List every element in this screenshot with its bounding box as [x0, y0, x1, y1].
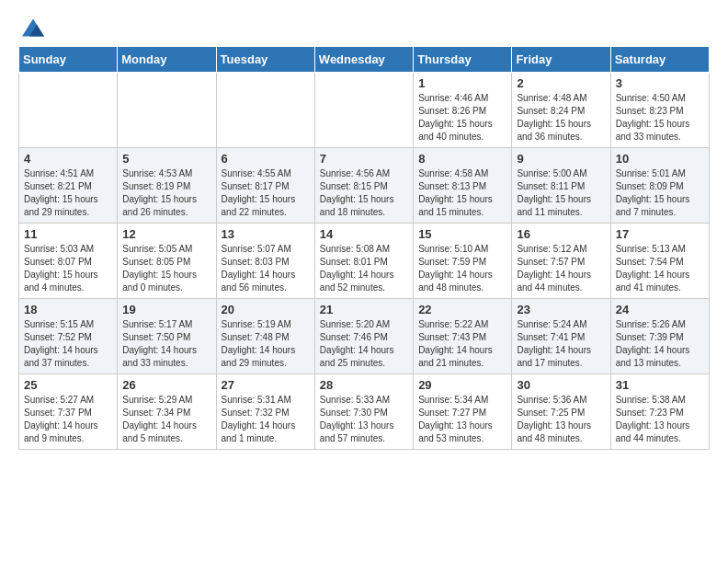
calendar-cell: 27Sunrise: 5:31 AM Sunset: 7:32 PM Dayli… [216, 374, 314, 450]
day-info: Sunrise: 5:01 AM Sunset: 8:09 PM Dayligh… [616, 167, 704, 219]
calendar-week-row: 18Sunrise: 5:15 AM Sunset: 7:52 PM Dayli… [19, 299, 710, 374]
day-number: 7 [320, 152, 408, 166]
day-info: Sunrise: 5:17 AM Sunset: 7:50 PM Dayligh… [122, 318, 210, 370]
calendar-cell: 12Sunrise: 5:05 AM Sunset: 8:05 PM Dayli… [118, 224, 216, 299]
day-info: Sunrise: 5:20 AM Sunset: 7:46 PM Dayligh… [320, 318, 408, 370]
calendar-cell: 2Sunrise: 4:48 AM Sunset: 8:24 PM Daylig… [512, 73, 610, 148]
day-info: Sunrise: 4:53 AM Sunset: 8:19 PM Dayligh… [122, 167, 210, 219]
calendar-week-row: 25Sunrise: 5:27 AM Sunset: 7:37 PM Dayli… [19, 374, 710, 450]
day-info: Sunrise: 5:19 AM Sunset: 7:48 PM Dayligh… [222, 318, 310, 370]
calendar-cell [314, 73, 413, 148]
day-number: 24 [616, 303, 704, 316]
calendar-cell: 23Sunrise: 5:24 AM Sunset: 7:41 PM Dayli… [512, 299, 610, 374]
day-number: 2 [517, 76, 605, 90]
calendar-cell: 4Sunrise: 4:51 AM Sunset: 8:21 PM Daylig… [19, 148, 118, 224]
calendar-cell: 22Sunrise: 5:22 AM Sunset: 7:43 PM Dayli… [414, 299, 512, 374]
calendar-cell: 15Sunrise: 5:10 AM Sunset: 7:59 PM Dayli… [414, 224, 512, 299]
day-info: Sunrise: 5:00 AM Sunset: 8:11 PM Dayligh… [517, 167, 605, 219]
calendar-cell: 16Sunrise: 5:12 AM Sunset: 7:57 PM Dayli… [512, 224, 610, 299]
logo-icon [22, 18, 44, 37]
day-number: 23 [517, 303, 605, 316]
day-number: 22 [418, 303, 506, 316]
day-number: 9 [517, 152, 605, 166]
calendar-week-row: 1Sunrise: 4:46 AM Sunset: 8:26 PM Daylig… [19, 73, 710, 148]
day-info: Sunrise: 5:38 AM Sunset: 7:23 PM Dayligh… [616, 394, 704, 445]
calendar-cell: 24Sunrise: 5:26 AM Sunset: 7:39 PM Dayli… [610, 299, 709, 374]
calendar-cell: 21Sunrise: 5:20 AM Sunset: 7:46 PM Dayli… [314, 299, 413, 374]
day-number: 6 [222, 152, 310, 166]
day-number: 15 [418, 227, 506, 241]
day-info: Sunrise: 5:05 AM Sunset: 8:05 PM Dayligh… [122, 243, 210, 294]
day-info: Sunrise: 5:29 AM Sunset: 7:34 PM Dayligh… [122, 394, 210, 445]
day-number: 19 [122, 303, 210, 316]
day-info: Sunrise: 4:46 AM Sunset: 8:26 PM Dayligh… [418, 92, 506, 144]
day-number: 11 [24, 227, 112, 241]
day-info: Sunrise: 4:55 AM Sunset: 8:17 PM Dayligh… [222, 167, 310, 219]
calendar-cell: 31Sunrise: 5:38 AM Sunset: 7:23 PM Dayli… [610, 374, 709, 450]
day-number: 18 [24, 303, 112, 316]
calendar-cell: 3Sunrise: 4:50 AM Sunset: 8:23 PM Daylig… [610, 73, 709, 148]
calendar-cell [118, 73, 216, 148]
day-number: 13 [222, 227, 310, 241]
day-number: 4 [24, 152, 112, 166]
day-info: Sunrise: 5:24 AM Sunset: 7:41 PM Dayligh… [517, 318, 605, 370]
calendar-week-row: 4Sunrise: 4:51 AM Sunset: 8:21 PM Daylig… [19, 148, 710, 224]
day-info: Sunrise: 4:51 AM Sunset: 8:21 PM Dayligh… [24, 167, 112, 219]
day-info: Sunrise: 5:22 AM Sunset: 7:43 PM Dayligh… [418, 318, 506, 370]
day-number: 21 [320, 303, 408, 316]
calendar-cell: 8Sunrise: 4:58 AM Sunset: 8:13 PM Daylig… [414, 148, 512, 224]
calendar-cell [19, 73, 118, 148]
day-info: Sunrise: 5:12 AM Sunset: 7:57 PM Dayligh… [517, 243, 605, 294]
calendar-cell: 13Sunrise: 5:07 AM Sunset: 8:03 PM Dayli… [216, 224, 314, 299]
day-number: 29 [418, 378, 506, 392]
calendar-cell: 7Sunrise: 4:56 AM Sunset: 8:15 PM Daylig… [314, 148, 413, 224]
day-number: 12 [122, 227, 210, 241]
day-info: Sunrise: 5:08 AM Sunset: 8:01 PM Dayligh… [320, 243, 408, 294]
weekday-header-row: SundayMondayTuesdayWednesdayThursdayFrid… [19, 47, 710, 73]
day-number: 5 [122, 152, 210, 166]
day-info: Sunrise: 5:26 AM Sunset: 7:39 PM Dayligh… [616, 318, 704, 370]
calendar-cell: 30Sunrise: 5:36 AM Sunset: 7:25 PM Dayli… [512, 374, 610, 450]
day-info: Sunrise: 5:15 AM Sunset: 7:52 PM Dayligh… [24, 318, 112, 370]
day-number: 8 [418, 152, 506, 166]
day-info: Sunrise: 5:10 AM Sunset: 7:59 PM Dayligh… [418, 243, 506, 294]
calendar-cell: 25Sunrise: 5:27 AM Sunset: 7:37 PM Dayli… [19, 374, 118, 450]
day-info: Sunrise: 4:58 AM Sunset: 8:13 PM Dayligh… [418, 167, 506, 219]
day-number: 25 [24, 378, 112, 392]
calendar-cell: 6Sunrise: 4:55 AM Sunset: 8:17 PM Daylig… [216, 148, 314, 224]
day-info: Sunrise: 5:36 AM Sunset: 7:25 PM Dayligh… [517, 394, 605, 445]
day-info: Sunrise: 5:33 AM Sunset: 7:30 PM Dayligh… [320, 394, 408, 445]
day-info: Sunrise: 5:31 AM Sunset: 7:32 PM Dayligh… [222, 394, 310, 445]
calendar-cell [216, 73, 314, 148]
day-number: 17 [616, 227, 704, 241]
weekday-header-sunday: Sunday [19, 47, 118, 73]
day-number: 28 [320, 378, 408, 392]
day-info: Sunrise: 4:50 AM Sunset: 8:23 PM Dayligh… [616, 92, 704, 144]
day-info: Sunrise: 4:48 AM Sunset: 8:24 PM Dayligh… [517, 92, 605, 144]
day-info: Sunrise: 5:27 AM Sunset: 7:37 PM Dayligh… [24, 394, 112, 445]
day-number: 30 [517, 378, 605, 392]
day-number: 20 [222, 303, 310, 316]
day-number: 10 [616, 152, 704, 166]
calendar-table: SundayMondayTuesdayWednesdayThursdayFrid… [18, 46, 710, 450]
weekday-header-tuesday: Tuesday [216, 47, 314, 73]
day-info: Sunrise: 4:56 AM Sunset: 8:15 PM Dayligh… [320, 167, 408, 219]
day-info: Sunrise: 5:13 AM Sunset: 7:54 PM Dayligh… [616, 243, 704, 294]
day-info: Sunrise: 5:03 AM Sunset: 8:07 PM Dayligh… [24, 243, 112, 294]
calendar-cell: 1Sunrise: 4:46 AM Sunset: 8:26 PM Daylig… [414, 73, 512, 148]
day-number: 3 [616, 76, 704, 90]
calendar-cell: 29Sunrise: 5:34 AM Sunset: 7:27 PM Dayli… [414, 374, 512, 450]
day-info: Sunrise: 5:34 AM Sunset: 7:27 PM Dayligh… [418, 394, 506, 445]
day-info: Sunrise: 5:07 AM Sunset: 8:03 PM Dayligh… [222, 243, 310, 294]
logo [18, 18, 44, 37]
weekday-header-thursday: Thursday [414, 47, 512, 73]
day-number: 14 [320, 227, 408, 241]
calendar-cell: 20Sunrise: 5:19 AM Sunset: 7:48 PM Dayli… [216, 299, 314, 374]
calendar-cell: 10Sunrise: 5:01 AM Sunset: 8:09 PM Dayli… [610, 148, 709, 224]
weekday-header-wednesday: Wednesday [314, 47, 413, 73]
weekday-header-saturday: Saturday [610, 47, 709, 73]
calendar-cell: 17Sunrise: 5:13 AM Sunset: 7:54 PM Dayli… [610, 224, 709, 299]
weekday-header-friday: Friday [512, 47, 610, 73]
page-header [18, 18, 710, 37]
day-number: 31 [616, 378, 704, 392]
